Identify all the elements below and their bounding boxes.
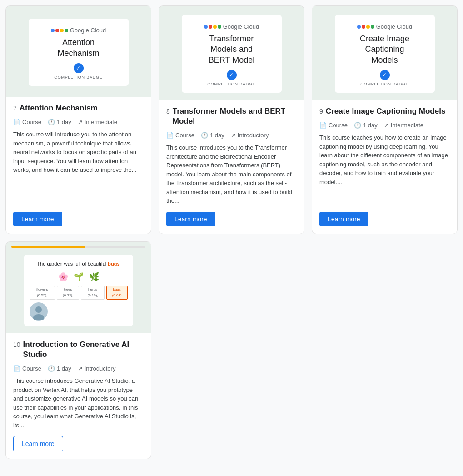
card-7-meta: 📄 Course 🕐 1 day ↗ Intermediate <box>13 119 144 125</box>
dot-red-9 <box>362 25 365 29</box>
badge-line-left-7 <box>53 68 71 68</box>
card-9-type: 📄 Course <box>319 122 348 129</box>
svg-point-1 <box>35 306 42 313</box>
card-7-type-label: Course <box>22 119 41 125</box>
clock-icon-7: 🕐 <box>48 119 55 125</box>
clock-icon-8: 🕐 <box>201 132 208 139</box>
card-8-body: 8 Transformer Models and BERT Model 📄 Co… <box>159 100 304 234</box>
ner-avatar <box>30 302 48 321</box>
level-icon-9: ↗ <box>384 122 389 129</box>
course-card-7: Google Cloud Attention Mechanism ✓ COMPL… <box>5 5 151 234</box>
course-grid-row2: The garden was full of beautiful bugs 🌸 … <box>5 241 458 459</box>
learn-more-button-8[interactable]: Learn more <box>166 212 215 226</box>
ner-text: The garden was full of beautiful bugs <box>30 260 128 268</box>
dot-green-9 <box>371 25 374 29</box>
gc-text-9: Google Cloud <box>376 23 413 30</box>
card-9-meta: 📄 Course 🕐 1 day ↗ Intermediate <box>319 122 450 129</box>
card-9-thumbnail-inner: Google Cloud Create Image Captioning Mod… <box>335 15 435 93</box>
card-10-duration: 🕐 1 day <box>48 365 71 372</box>
completion-badge-label-9: COMPLETION BADGE <box>360 82 408 86</box>
badge-line-left-9 <box>359 75 377 75</box>
dot-yellow-7 <box>60 29 64 32</box>
badge-row-9: ✓ <box>359 70 411 80</box>
learn-more-button-7[interactable]: Learn more <box>13 212 62 226</box>
card-10-number: 10 <box>13 341 20 348</box>
thumb-title-9: Create Image Captioning Models <box>360 34 409 65</box>
ner-sentence-part: The garden was full of beautiful <box>37 261 108 266</box>
card-8-thumbnail: Google Cloud Transformer Models and BERT… <box>159 6 304 100</box>
card-9-thumbnail: Google Cloud Create Image Captioning Mod… <box>312 6 457 100</box>
card-9-duration-label: 1 day <box>363 122 378 129</box>
avatar-svg <box>30 303 47 320</box>
clock-icon-9: 🕐 <box>354 122 361 129</box>
card-10-description: This course introduces Generative AI Stu… <box>13 376 144 430</box>
card-7-thumbnail: Google Cloud Attention Mechanism ✓ COMPL… <box>6 6 151 97</box>
ner-icon-trees: 🌱 <box>74 271 84 284</box>
card-10-ner-inner: The garden was full of beautiful bugs 🌸 … <box>24 255 133 326</box>
course-card-10: The garden was full of beautiful bugs 🌸 … <box>5 241 151 459</box>
card-9-title-row: 9 Create Image Captioning Models <box>319 106 450 120</box>
completion-badge-label-8: COMPLETION BADGE <box>207 82 255 86</box>
card-7-title: Attention Mechanism <box>20 103 98 113</box>
gc-dots-9 <box>357 25 374 29</box>
gc-text-8: Google Cloud <box>223 23 259 30</box>
card-10-meta: 📄 Course 🕐 1 day ↗ Introductory <box>13 365 144 372</box>
ner-boxes: flowers (0.55), trees (0.23), herbs (0.1… <box>30 286 128 300</box>
gc-dots-8 <box>204 25 221 29</box>
dot-red-7 <box>55 29 59 32</box>
card-10-duration-label: 1 day <box>57 365 71 372</box>
card-10-title-row: 10 Introduction to Generative AI Studio <box>13 340 144 363</box>
learn-more-button-9[interactable]: Learn more <box>319 212 368 226</box>
ner-box-bugs: bugs (0.03) <box>106 286 128 300</box>
card-10-thumbnail-top <box>6 242 151 248</box>
completion-badge-label-7: COMPLETION BADGE <box>54 75 102 80</box>
card-9-level-label: Intermediate <box>391 122 423 129</box>
learn-more-button-10[interactable]: Learn more <box>13 436 63 451</box>
card-10-title: Introduction to Generative AI Studio <box>23 340 144 360</box>
card-10-body: 10 Introduction to Generative AI Studio … <box>6 333 151 459</box>
dot-blue-7 <box>51 29 55 32</box>
card-8-description: This course introduces you to the Transf… <box>166 143 297 205</box>
card-9-body: 9 Create Image Captioning Models 📄 Cours… <box>312 100 457 234</box>
dot-green-7 <box>65 29 68 32</box>
level-icon-10: ↗ <box>78 365 83 372</box>
course-card-9: Google Cloud Create Image Captioning Mod… <box>312 5 458 234</box>
dot-blue-9 <box>357 25 361 29</box>
google-cloud-logo-7: Google Cloud <box>51 27 106 34</box>
card-7-thumbnail-inner: Google Cloud Attention Mechanism ✓ COMPL… <box>29 19 129 86</box>
course-icon-7: 📄 <box>13 119 20 125</box>
course-grid-row1: Google Cloud Attention Mechanism ✓ COMPL… <box>5 5 458 234</box>
card-9-level: ↗ Intermediate <box>384 122 423 129</box>
course-icon-8: 📄 <box>166 132 174 139</box>
badge-check-9: ✓ <box>380 70 390 80</box>
dot-yellow-8 <box>213 25 217 29</box>
level-icon-8: ↗ <box>231 132 236 139</box>
dot-red-8 <box>209 25 212 29</box>
card-8-number: 8 <box>166 108 170 115</box>
card-8-meta: 📄 Course 🕐 1 day ↗ Introductory <box>166 132 297 139</box>
google-cloud-logo-8: Google Cloud <box>204 23 259 30</box>
badge-line-right-8 <box>239 75 258 75</box>
badge-check-7: ✓ <box>74 63 84 73</box>
ner-box-flowers: flowers (0.55), <box>30 286 55 300</box>
ner-sentence-display: The garden was full of beautiful bugs 🌸 … <box>30 260 128 321</box>
card-9-title: Create Image Captioning Models <box>326 106 446 116</box>
badge-row-8: ✓ <box>206 70 258 80</box>
card-8-type-label: Course <box>175 132 194 139</box>
card-10-type: 📄 Course <box>13 365 41 372</box>
course-icon-10: 📄 <box>13 365 20 372</box>
course-card-8: Google Cloud Transformer Models and BERT… <box>159 5 304 234</box>
card-8-type: 📄 Course <box>166 132 194 139</box>
card-8-title: Transformer Models and BERT Model <box>173 106 297 126</box>
ner-icon-herbs: 🌿 <box>89 271 99 284</box>
gc-text-7: Google Cloud <box>70 27 106 34</box>
badge-line-right-9 <box>393 75 411 75</box>
badge-row-7: ✓ <box>53 63 105 73</box>
google-cloud-logo-9: Google Cloud <box>357 23 413 30</box>
card-7-duration-label: 1 day <box>57 119 71 125</box>
dot-green-8 <box>218 25 221 29</box>
level-icon-7: ↗ <box>78 119 83 125</box>
course-icon-9: 📄 <box>319 122 327 129</box>
card-8-thumbnail-inner: Google Cloud Transformer Models and BERT… <box>182 15 282 93</box>
card-7-type: 📄 Course <box>13 119 41 125</box>
